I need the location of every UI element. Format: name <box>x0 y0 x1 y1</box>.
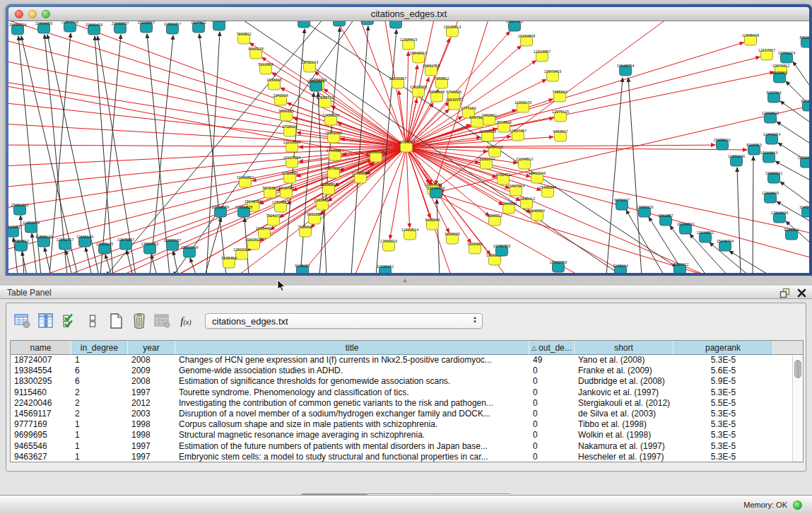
cell-in_degree[interactable]: 1 <box>71 452 128 462</box>
scrollbar-thumb[interactable] <box>794 360 801 378</box>
splitter-handle-icon[interactable] <box>402 279 408 283</box>
graph-node-yellow[interactable]: 17552712 <box>317 95 334 107</box>
graph-node-teal[interactable]: 12210649 <box>762 191 779 203</box>
show-columns-button[interactable] <box>35 312 57 330</box>
graph-node-teal[interactable]: 10195482 <box>377 264 394 273</box>
graph-node-yellow[interactable]: 2342004 <box>273 93 288 105</box>
graph-node-yellow[interactable]: 8990448 <box>429 90 444 102</box>
cell-title[interactable]: Embryonic stem cells: a model to study s… <box>175 452 529 462</box>
graph-node-yellow[interactable]: 22752143 <box>301 60 318 72</box>
graph-node-yellow[interactable]: 12975115 <box>552 110 569 122</box>
graph-node-yellow[interactable]: 21078012 <box>325 166 342 178</box>
graph-node-yellow[interactable]: 18301095 <box>325 131 342 143</box>
cell-year[interactable]: 1997 <box>128 387 175 398</box>
cell-name[interactable]: 9777169 <box>11 419 71 430</box>
cell-in_degree[interactable]: 6 <box>71 376 128 387</box>
graph-node-teal[interactable]: 16210643 <box>760 151 777 163</box>
graph-node-teal[interactable]: 21173776 <box>61 21 78 32</box>
cell-out_degree[interactable]: 0 <box>529 419 575 430</box>
cell-title[interactable]: Corpus callosum shape and size in male p… <box>175 419 529 430</box>
cell-year[interactable]: 2003 <box>128 409 175 419</box>
cell-title[interactable]: Estimation of the future numbers of pati… <box>175 441 529 452</box>
graph-node-yellow[interactable]: 10973493 <box>544 69 561 81</box>
cell-pagerank[interactable]: 5.9E-5 <box>673 376 773 387</box>
cell-pagerank[interactable]: 5.3E-5 <box>673 387 773 398</box>
cell-short[interactable]: de Silva et al. (2003) <box>575 409 673 419</box>
cell-name[interactable]: 19384554 <box>11 366 71 376</box>
graph-node-teal[interactable]: 17210036 <box>771 211 788 223</box>
cell-out_degree[interactable]: 49 <box>529 355 575 366</box>
graph-node-teal[interactable]: 1527602 <box>191 21 206 33</box>
select-all-columns-button[interactable] <box>59 312 80 330</box>
graph-node-teal[interactable]: 11091046 <box>728 154 745 166</box>
graph-node-yellow[interactable]: 8755421 <box>495 173 510 185</box>
graph-node-yellow[interactable]: 9463627 <box>553 129 567 141</box>
cell-title[interactable]: Estimation of significance thresholds fo… <box>175 376 529 387</box>
column-header-year[interactable]: year <box>128 341 175 355</box>
table-vertical-scrollbar[interactable] <box>792 356 803 462</box>
graph-node-yellow[interactable]: 20364486 <box>479 129 496 141</box>
table-select-dropdown[interactable]: citations_edges.txt ▲▼ <box>205 313 483 329</box>
graph-node-yellow[interactable]: 18300295 <box>367 150 384 162</box>
graph-node-yellow[interactable]: 16461045 <box>529 171 546 183</box>
graph-node-yellow[interactable]: 8660128 <box>248 47 263 59</box>
graph-node-teal[interactable]: 9245044 <box>613 264 628 273</box>
cell-name[interactable]: 9463627 <box>11 452 71 462</box>
table-row[interactable]: 1938455462009Genome-wide association stu… <box>11 366 803 376</box>
cell-title[interactable]: Changes of HCN gene expression and I(f) … <box>175 355 529 366</box>
table-row[interactable]: 977716911998Corpus callosum shape and si… <box>11 419 803 430</box>
graph-node-yellow[interactable]: 9699695 <box>445 232 459 244</box>
table-row[interactable]: 1456911722003Disruption of a novel membe… <box>11 409 803 419</box>
cell-short[interactable]: Stergiakouli et al. (2012) <box>575 398 673 409</box>
graph-node-yellow[interactable]: 7462662 <box>481 113 496 125</box>
cell-out_degree[interactable]: 0 <box>529 430 575 440</box>
cell-pagerank[interactable]: 5.3E-5 <box>673 441 773 452</box>
graph-node-teal[interactable]: 20691406 <box>86 23 102 35</box>
network-canvas[interactable]: 1872400776638228660128591295416543382342… <box>8 21 809 273</box>
graph-node-yellow[interactable]: 10195412 <box>518 197 535 209</box>
graph-node-yellow[interactable]: 8165483 <box>221 256 236 268</box>
graph-node-yellow[interactable]: 18724007 <box>398 140 415 152</box>
graph-node-teal[interactable]: 9245012 <box>784 228 799 240</box>
graph-node-yellow[interactable]: 5912954 <box>258 62 273 74</box>
cell-out_degree[interactable]: 0 <box>529 398 575 409</box>
column-header-pagerank[interactable]: pagerank <box>673 341 773 355</box>
cell-name[interactable]: 18300295 <box>11 376 71 387</box>
cell-title[interactable]: Tourette syndrome. Phenomenology and cla… <box>175 387 529 398</box>
graph-node-yellow[interactable]: 11504022 <box>486 145 503 157</box>
horizontal-splitter[interactable] <box>0 276 812 286</box>
cell-short[interactable]: Jankovic et al. (1997) <box>575 387 673 398</box>
graph-node-yellow[interactable]: 7663822 <box>236 32 251 44</box>
cell-year[interactable]: 1998 <box>128 430 175 440</box>
graph-node-yellow[interactable]: 15497964 <box>507 184 524 196</box>
graph-node-yellow[interactable]: 11548408 <box>742 33 759 45</box>
cell-out_degree[interactable]: 0 <box>529 409 575 419</box>
graph-node-teal[interactable]: 17957253 <box>141 242 158 254</box>
graph-node-teal[interactable]: 15751074 <box>778 51 795 63</box>
graph-node-yellow[interactable]: 16961758 <box>423 64 440 76</box>
graph-node-teal[interactable]: 16203860 <box>677 222 694 234</box>
graph-node-yellow[interactable]: 12217057 <box>758 48 775 60</box>
cell-short[interactable]: Nakamura et al. (1997) <box>575 441 673 452</box>
float-window-icon[interactable] <box>779 288 790 298</box>
graph-node-yellow[interactable]: 17445521 <box>326 148 343 160</box>
graph-node-teal[interactable]: 15232657 <box>138 21 155 33</box>
graph-node-yellow[interactable]: 18220357 <box>389 76 406 88</box>
cell-year[interactable]: 2009 <box>128 366 175 376</box>
cell-year[interactable]: 2008 <box>128 355 175 366</box>
cell-pagerank[interactable]: 5.3E-5 <box>673 452 773 462</box>
cell-out_degree[interactable]: 0 <box>529 441 575 452</box>
cell-title[interactable]: Structural magnetic resonance image aver… <box>175 430 529 440</box>
graph-node-yellow[interactable]: 8996913 <box>487 214 502 226</box>
graph-node-teal[interactable]: 10553257 <box>164 22 181 34</box>
cell-name[interactable]: 14569117 <box>11 409 71 419</box>
graph-node-yellow[interactable]: 12325419 <box>400 37 417 49</box>
cell-title[interactable]: Investigating the contribution of common… <box>175 398 529 409</box>
cell-in_degree[interactable]: 6 <box>71 366 128 376</box>
graph-node-yellow[interactable]: 7625402 <box>298 225 312 237</box>
table-row[interactable]: 946554611997Estimation of the future num… <box>11 441 803 452</box>
graph-node-teal[interactable]: 9561887 <box>658 214 673 226</box>
cell-name[interactable]: 22420046 <box>11 398 71 409</box>
cell-year[interactable]: 1997 <box>128 441 175 452</box>
close-panel-icon[interactable] <box>797 288 806 298</box>
